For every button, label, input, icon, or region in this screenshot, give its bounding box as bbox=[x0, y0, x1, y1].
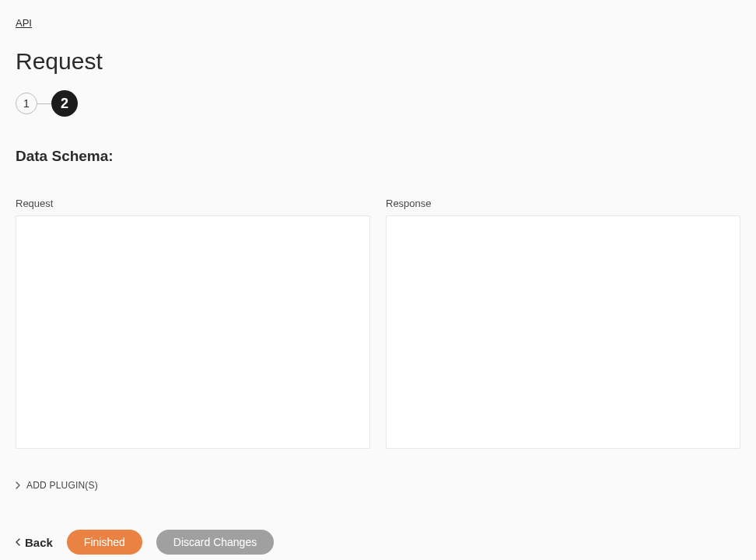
schema-row: Request Response bbox=[16, 198, 740, 449]
schema-col-request: Request bbox=[16, 198, 370, 449]
request-schema-input[interactable] bbox=[16, 215, 370, 449]
finished-button[interactable]: Finished bbox=[67, 530, 142, 555]
add-plugins-label: ADD PLUGIN(S) bbox=[26, 480, 98, 491]
discard-changes-button[interactable]: Discard Changes bbox=[156, 530, 274, 555]
section-title-data-schema: Data Schema: bbox=[16, 148, 740, 165]
add-plugins-button[interactable]: ADD PLUGIN(S) bbox=[16, 480, 740, 491]
step-2[interactable]: 2 bbox=[51, 90, 78, 117]
breadcrumb-api[interactable]: API bbox=[16, 17, 32, 29]
page-title: Request bbox=[16, 48, 740, 75]
stepper: 1 2 bbox=[16, 90, 740, 117]
step-connector bbox=[37, 103, 51, 104]
schema-col-response: Response bbox=[386, 198, 740, 449]
back-label: Back bbox=[25, 536, 53, 549]
schema-label-request: Request bbox=[16, 198, 370, 209]
response-schema-input[interactable] bbox=[386, 215, 740, 449]
step-1[interactable]: 1 bbox=[16, 93, 37, 114]
footer-actions: Back Finished Discard Changes bbox=[16, 530, 740, 555]
back-button[interactable]: Back bbox=[16, 536, 53, 549]
chevron-left-icon bbox=[16, 538, 20, 546]
chevron-right-icon bbox=[16, 481, 20, 489]
schema-label-response: Response bbox=[386, 198, 740, 209]
